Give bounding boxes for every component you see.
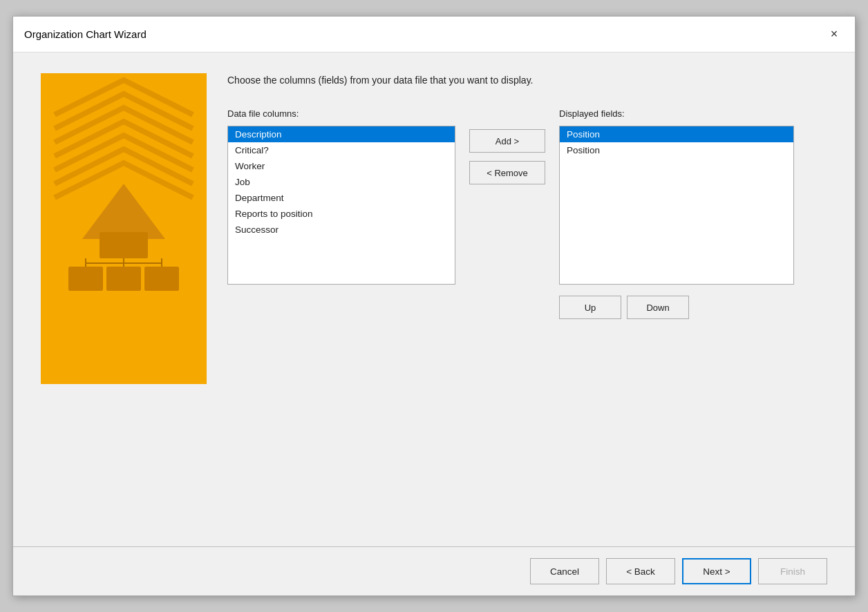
columns-area: Data file columns: DescriptionCritical?W… bbox=[227, 108, 827, 526]
dialog-title: Organization Chart Wizard bbox=[24, 28, 147, 40]
displayed-field-item[interactable]: Position bbox=[560, 126, 793, 142]
data-columns-listbox[interactable]: DescriptionCritical?WorkerJobDepartmentR… bbox=[227, 126, 455, 285]
displayed-fields-label: Displayed fields: bbox=[559, 108, 794, 119]
data-column-item[interactable]: Worker bbox=[228, 158, 455, 174]
svg-rect-2 bbox=[68, 267, 103, 291]
titlebar: Organization Chart Wizard × bbox=[13, 17, 855, 52]
svg-rect-4 bbox=[144, 267, 179, 291]
data-columns-label: Data file columns: bbox=[227, 108, 455, 119]
finish-button[interactable]: Finish bbox=[758, 558, 827, 584]
svg-rect-5 bbox=[100, 232, 148, 258]
content-area: Choose the columns (fields) from your da… bbox=[13, 52, 855, 546]
data-columns-section: Data file columns: DescriptionCritical?W… bbox=[227, 108, 455, 285]
organization-chart-wizard-dialog: Organization Chart Wizard × bbox=[12, 16, 856, 596]
wizard-footer: Cancel < Back Next > Finish bbox=[13, 546, 855, 595]
up-button[interactable]: Up bbox=[559, 296, 621, 319]
description-text: Choose the columns (fields) from your da… bbox=[227, 73, 827, 88]
data-column-item[interactable]: Successor bbox=[228, 222, 455, 238]
next-button[interactable]: Next > bbox=[682, 558, 751, 584]
displayed-fields-listbox[interactable]: PositionPosition bbox=[559, 126, 794, 285]
add-button[interactable]: Add > bbox=[469, 129, 545, 153]
wizard-illustration bbox=[41, 73, 207, 384]
remove-button[interactable]: < Remove bbox=[469, 161, 545, 184]
cancel-button[interactable]: Cancel bbox=[530, 558, 599, 584]
displayed-field-item[interactable]: Position bbox=[560, 142, 793, 158]
data-column-item[interactable]: Description bbox=[228, 126, 455, 142]
transfer-buttons: Add > < Remove bbox=[455, 129, 559, 184]
updown-buttons: Up Down bbox=[559, 296, 689, 319]
data-column-item[interactable]: Critical? bbox=[228, 142, 455, 158]
main-area: Choose the columns (fields) from your da… bbox=[227, 73, 827, 526]
close-button[interactable]: × bbox=[824, 25, 844, 44]
data-column-item[interactable]: Department bbox=[228, 190, 455, 206]
displayed-fields-section: Displayed fields: PositionPosition Up Do… bbox=[559, 108, 794, 319]
back-button[interactable]: < Back bbox=[606, 558, 675, 584]
svg-rect-3 bbox=[106, 267, 141, 291]
data-column-item[interactable]: Reports to position bbox=[228, 206, 455, 222]
down-button[interactable]: Down bbox=[627, 296, 689, 319]
data-column-item[interactable]: Job bbox=[228, 174, 455, 190]
